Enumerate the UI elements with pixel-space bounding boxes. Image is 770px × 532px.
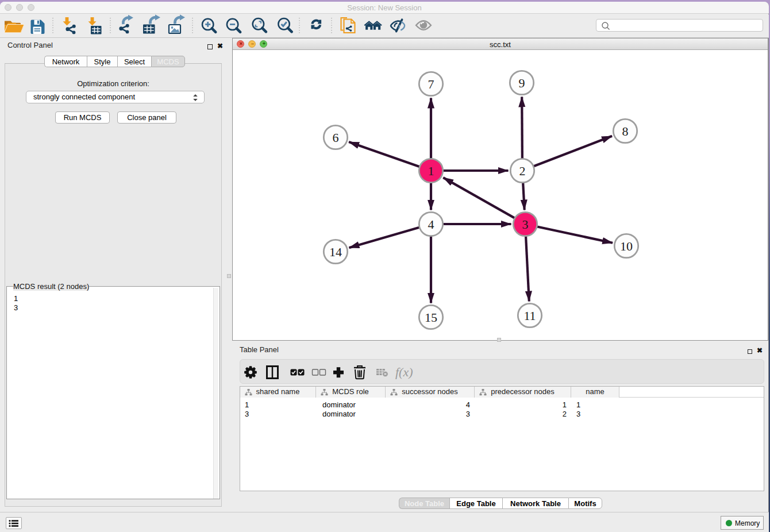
svg-text:10: 10 [620,239,633,253]
svg-text:14: 14 [329,245,342,259]
svg-text:8: 8 [622,124,629,138]
svg-text:1: 1 [428,164,434,178]
svg-text:f(x): f(x) [395,365,413,379]
svg-text:3: 3 [522,217,529,232]
svg-text:2: 2 [519,164,526,178]
svg-text:4: 4 [428,217,434,232]
svg-text:15: 15 [425,310,437,325]
svg-text:9: 9 [519,76,525,90]
svg-text:7: 7 [428,77,434,91]
svg-text:6: 6 [333,130,339,145]
svg-text:11: 11 [523,309,536,323]
